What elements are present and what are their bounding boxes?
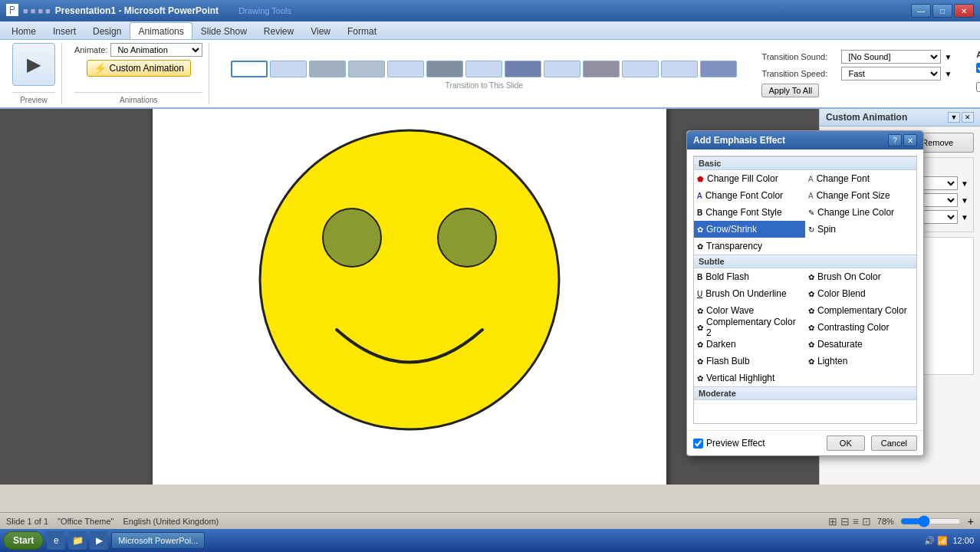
animate-control: Animate: No Animation Fade In — [74, 43, 202, 57]
slide-thumb-7[interactable] — [465, 61, 502, 77]
slide-thumb-8[interactable] — [505, 61, 541, 77]
tab-format[interactable]: Format — [339, 22, 385, 39]
dialog-title-bar: Add Emphasis Effect ? ✕ — [687, 131, 923, 150]
basic-effects-grid: ⬟ Change Fill Color A Change Font A Chan… — [694, 170, 916, 255]
lighten-icon: ✿ — [808, 357, 814, 366]
tab-animations[interactable]: Animations — [130, 22, 192, 39]
tab-slideshow[interactable]: Slide Show — [192, 22, 255, 39]
transition-to-slide-label: Transition to This Slide — [228, 81, 740, 90]
panel-expand-button[interactable]: ▼ — [948, 112, 960, 123]
tab-insert[interactable]: Insert — [44, 22, 84, 39]
maximize-button[interactable]: □ — [932, 4, 952, 18]
slide-thumb-1[interactable] — [231, 61, 268, 77]
slide-thumb-9[interactable] — [544, 61, 580, 77]
slide-thumb-2[interactable] — [270, 61, 307, 77]
slide-thumb-12[interactable] — [661, 61, 698, 77]
close-button[interactable]: ✕ — [954, 4, 974, 18]
panel-close-button[interactable]: ✕ — [962, 112, 974, 123]
automatically-after-checkbox[interactable] — [976, 82, 980, 92]
preview-label: Preview — [12, 92, 55, 104]
slide-thumb-10[interactable] — [583, 61, 620, 77]
change-fill-color-icon: ⬟ — [697, 175, 704, 183]
zoom-slider[interactable] — [900, 516, 962, 527]
effect-transparency[interactable]: ✿ Transparency — [694, 238, 805, 255]
taskbar-ie-icon[interactable]: e — [47, 531, 65, 550]
dialog-help-button[interactable]: ? — [888, 134, 902, 146]
sound-expand-icon[interactable]: ▼ — [944, 53, 952, 61]
speed-expand-icon[interactable]: ▼ — [944, 70, 952, 78]
custom-animation-button[interactable]: ⚡ Custom Animation — [87, 60, 191, 77]
change-font-icon: A — [808, 175, 814, 183]
effect-spin[interactable]: ↻ Spin — [805, 221, 916, 238]
change-line-color-icon: ✎ — [808, 209, 814, 217]
zoom-level: 78% — [877, 517, 894, 526]
slide-thumb-13[interactable] — [700, 61, 737, 77]
slide-thumb-5[interactable] — [387, 61, 424, 77]
dialog-controls[interactable]: ? ✕ — [888, 134, 917, 146]
taskbar-time: 12:00 — [952, 536, 974, 545]
slide-thumbnails-ribbon: Transition to This Slide — [228, 58, 740, 90]
effect-brush-on-underline[interactable]: U Brush On Underline — [694, 285, 805, 302]
effect-color-blend[interactable]: ✿ Color Blend — [805, 285, 916, 302]
zoom-in-icon[interactable]: + — [968, 515, 974, 527]
effect-complementary-color-2[interactable]: ✿ Complementary Color 2 — [694, 319, 805, 336]
tab-review[interactable]: Review — [255, 22, 302, 39]
tab-view[interactable]: View — [302, 22, 339, 39]
on-mouse-click-checkbox[interactable] — [976, 63, 980, 73]
tab-home[interactable]: Home — [3, 22, 44, 39]
effect-change-font-color[interactable]: A Change Font Color — [694, 187, 805, 204]
effect-desaturate[interactable]: ✿ Desaturate — [805, 336, 916, 353]
effect-grow-shrink[interactable]: ✿ Grow/Shrink — [694, 221, 805, 238]
transition-sound-select[interactable]: [No Sound] — [841, 50, 941, 64]
effect-change-fill-color[interactable]: ⬟ Change Fill Color — [694, 170, 805, 187]
effect-complementary-color[interactable]: ✿ Complementary Color — [805, 302, 916, 319]
cancel-button[interactable]: Cancel — [871, 435, 917, 451]
taskbar-media-icon[interactable]: ▶ — [90, 531, 108, 550]
effect-darken[interactable]: ✿ Darken — [694, 336, 805, 353]
slide-thumb-6[interactable] — [426, 61, 463, 77]
transition-speed-select[interactable]: Fast Medium Slow — [841, 67, 941, 80]
effect-bold-flash[interactable]: B Bold Flash — [694, 268, 805, 285]
advance-slide-section: Advance Slide On Mouse Click Automatical… — [973, 47, 980, 100]
theme-info: "Office Theme" — [58, 517, 113, 526]
dialog-close-button[interactable]: ✕ — [903, 134, 917, 146]
effect-lighten[interactable]: ✿ Lighten — [805, 353, 916, 370]
panel-controls[interactable]: ▼ ✕ — [948, 112, 974, 123]
emphasis-dialog: Add Emphasis Effect ? ✕ Basic ⬟ Change F… — [686, 130, 924, 456]
ribbon-tabs: Home Insert Design Animations Slide Show… — [0, 21, 980, 40]
apply-to-all-button[interactable]: Apply To All — [761, 84, 819, 97]
speed-expand-icon[interactable]: ▼ — [961, 213, 968, 222]
taskbar-folder-icon[interactable]: 📁 — [68, 531, 87, 550]
effect-flash-bulb[interactable]: ✿ Flash Bulb — [694, 353, 805, 370]
effect-contrasting-color[interactable]: ✿ Contrasting Color — [805, 319, 916, 336]
effect-list-container[interactable]: Basic ⬟ Change Fill Color A Change Font … — [693, 156, 917, 424]
right-panel-header: Custom Animation ▼ ✕ — [820, 109, 980, 127]
preview-button[interactable]: ▶ — [12, 43, 55, 86]
color-wave-icon: ✿ — [697, 307, 703, 315]
effect-placeholder-2 — [805, 370, 916, 386]
tab-design[interactable]: Design — [84, 22, 130, 39]
slide-thumb-4[interactable] — [348, 61, 385, 77]
effect-brush-on-color[interactable]: ✿ Brush On Color — [805, 268, 916, 285]
start-button[interactable]: Start — [3, 531, 44, 550]
effect-change-font-style[interactable]: B Change Font Style — [694, 204, 805, 221]
direction-expand-icon[interactable]: ▼ — [961, 196, 968, 205]
effect-vertical-highlight[interactable]: ✿ Vertical Highlight — [694, 370, 805, 386]
slide-thumb-11[interactable] — [622, 61, 659, 77]
transition-options: Transition Sound: [No Sound] ▼ Transitio… — [758, 47, 955, 100]
taskbar-powerpoint-item[interactable]: Microsoft PowerPoi... — [111, 532, 205, 549]
ok-button[interactable]: OK — [827, 435, 865, 451]
title-bar-controls[interactable]: — □ ✕ — [911, 4, 974, 18]
animate-select[interactable]: No Animation Fade In — [110, 43, 202, 57]
dialog-footer: Preview Effect OK Cancel — [687, 430, 923, 455]
svg-point-0 — [260, 130, 559, 429]
effect-change-font-size[interactable]: A Change Font Size — [805, 187, 916, 204]
effect-change-line-color[interactable]: ✎ Change Line Color — [805, 204, 916, 221]
basic-section-header: Basic — [694, 156, 916, 170]
slide-thumb-3[interactable] — [309, 61, 346, 77]
minimize-button[interactable]: — — [911, 4, 931, 18]
app-icon: 🅿 — [6, 4, 18, 18]
start-expand-icon[interactable]: ▼ — [961, 179, 968, 188]
preview-effect-checkbox[interactable] — [693, 439, 703, 449]
effect-change-font[interactable]: A Change Font — [805, 170, 916, 187]
